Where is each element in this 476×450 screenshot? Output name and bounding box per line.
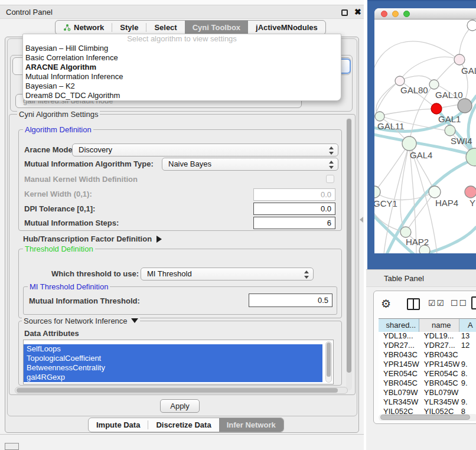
bottom-tab-discretize-data[interactable]: Discretize Data — [148, 418, 219, 432]
which-threshold-select[interactable]: MI Threshold — [141, 268, 314, 281]
zoom-traffic-light-icon[interactable] — [403, 11, 410, 17]
mi-steps-field[interactable]: 6 — [253, 217, 335, 229]
network-window-titlebar[interactable] — [374, 8, 476, 19]
mi-threshold-field[interactable]: 0.5 — [249, 294, 332, 307]
table-row[interactable]: YBL079WYBL079W — [379, 388, 476, 397]
attribute-item[interactable]: gal4RGexp — [24, 373, 322, 382]
control-panel-tabs: NetworkStyleSelectCyni ToolboxjActiveMNo… — [55, 20, 326, 35]
aracne-mode-select[interactable]: Discovery — [72, 144, 338, 156]
mi-type-value: Naive Bayes — [168, 159, 211, 168]
algorithm-option[interactable]: Dream8 DC_TDC Algorithm — [23, 91, 341, 100]
attribute-item[interactable]: SelfLoops — [24, 344, 322, 354]
combo-arrows-icon — [328, 146, 334, 155]
algorithm-option[interactable]: Bayesian – K2 — [23, 81, 341, 91]
bottom-tab-infer-network[interactable]: Infer Network — [219, 418, 283, 432]
minimize-traffic-light-icon[interactable] — [392, 11, 399, 17]
select-all-checkboxes-icon[interactable]: ☑☑ — [428, 298, 445, 308]
tab-jactivemnodules[interactable]: jActiveMNodules — [248, 21, 325, 34]
network-node[interactable] — [467, 20, 476, 31]
network-node-gal10[interactable] — [429, 80, 439, 89]
deselect-all-checkboxes-icon[interactable]: ☐☐ — [451, 298, 468, 308]
network-node-gal11[interactable] — [375, 112, 384, 121]
close-traffic-light-icon[interactable] — [381, 11, 387, 17]
kernel-width-field[interactable]: 0.0 — [253, 188, 335, 201]
network-node-gal80[interactable] — [395, 76, 405, 86]
network-node-gal4[interactable] — [402, 136, 416, 151]
network-node-y[interactable] — [465, 186, 476, 198]
table-toolbar: ⚙ ☑☑ ☐☐ — [374, 291, 476, 317]
hub-definition-toggle[interactable]: Hub/Transcription Factor Definition — [23, 234, 162, 244]
table-row[interactable]: YDR27...YDR27...12 — [379, 341, 476, 350]
mi-threshold-label: Mutual Information Threshold: — [29, 296, 140, 306]
network-edge[interactable] — [374, 41, 459, 79]
mi-type-select[interactable]: Naive Bayes — [162, 158, 338, 171]
tab-style[interactable]: Style — [112, 21, 146, 34]
network-canvas[interactable]: GALGAL80GAL10GAL1GAL11SWI4GAL4GCY1HAP4YH… — [374, 19, 476, 253]
table-cell: YBL079W — [379, 388, 419, 397]
network-node-hap2[interactable] — [400, 227, 411, 237]
minimized-panel-icon[interactable] — [5, 443, 19, 450]
network-edge[interactable] — [374, 144, 409, 192]
apply-button[interactable]: Apply — [160, 399, 200, 413]
close-icon[interactable]: ✖ — [354, 7, 361, 17]
float-panel-icon[interactable] — [341, 9, 348, 16]
network-node-gcy1[interactable] — [374, 186, 380, 198]
settings-horizontal-scrollbar[interactable] — [15, 387, 348, 394]
network-edge[interactable] — [425, 227, 476, 253]
settings-vertical-scrollbar[interactable] — [346, 118, 352, 390]
algorithm-option[interactable]: Bayesian – Hill Climbing — [23, 44, 341, 53]
network-desktop: GALGAL80GAL10GAL1GAL11SWI4GAL4GCY1HAP4YH… — [367, 0, 476, 269]
network-edge[interactable] — [379, 109, 436, 116]
column-header[interactable]: shared... — [379, 319, 419, 332]
bottom-tab-impute-data[interactable]: Impute Data — [89, 418, 148, 432]
collapse-arrow-icon — [131, 318, 138, 323]
network-edge[interactable] — [400, 57, 459, 80]
node-label: GAL1 — [438, 114, 461, 124]
data-attributes-list[interactable]: SelfLoopsTopologicalCoefficientBetweenne… — [23, 340, 334, 384]
tab-label: Cyni Toolbox — [193, 23, 240, 32]
attribute-item[interactable]: BetweennessCentrality — [24, 363, 322, 373]
table-row[interactable]: YBR043CYBR043C — [379, 350, 476, 360]
table-row[interactable]: YBR045CYBR045C9. — [379, 379, 476, 388]
document-icon[interactable] — [471, 296, 476, 309]
splitter-collapse-icon[interactable] — [360, 217, 363, 223]
gear-icon[interactable]: ⚙ — [381, 297, 391, 311]
table-cell — [459, 350, 476, 360]
tab-network[interactable]: Network — [56, 21, 112, 34]
algorithm-option[interactable]: Basic Correlation Inference — [23, 53, 341, 63]
table-cell: YER054C — [379, 369, 419, 379]
table-row[interactable]: YLR345WYLR345W9. — [379, 397, 476, 407]
attributes-vertical-scrollbar[interactable] — [325, 341, 332, 383]
network-node-hap4[interactable] — [429, 186, 441, 198]
which-threshold-value: MI Threshold — [147, 269, 192, 278]
table-row[interactable]: YPR145WYPR145W9. — [379, 360, 476, 369]
attribute-item[interactable]: TopologicalCoefficient — [24, 354, 322, 363]
table-cell: YLR345W — [419, 397, 459, 407]
table-row[interactable]: YER054CYER054C8. — [379, 369, 476, 379]
tab-label: Style — [120, 23, 138, 32]
network-window[interactable]: GALGAL80GAL10GAL1GAL11SWI4GAL4GCY1HAP4YH… — [374, 8, 476, 253]
network-edge[interactable] — [400, 76, 434, 83]
table-cell: YER054C — [419, 369, 459, 379]
algorithm-option[interactable]: Mutual Information Inference — [23, 72, 341, 81]
tab-select[interactable]: Select — [146, 21, 184, 34]
expand-arrow-icon — [157, 236, 162, 243]
table-cell: YBR043C — [379, 350, 419, 360]
tab-cyni-toolbox[interactable]: Cyni Toolbox — [185, 21, 248, 34]
network-edge[interactable] — [376, 80, 400, 116]
network-node[interactable] — [458, 99, 472, 113]
network-node-gal[interactable] — [454, 54, 465, 65]
dpi-tolerance-field[interactable]: 0.0 — [253, 203, 335, 215]
network-node-gal1[interactable] — [431, 103, 442, 114]
manual-kernel-checkbox[interactable] — [326, 175, 334, 183]
combo-arrows-icon — [304, 270, 309, 279]
column-layout-icon[interactable] — [407, 298, 420, 310]
column-header[interactable]: name — [419, 319, 459, 332]
algorithm-option[interactable]: ARACNE Algorithm — [23, 63, 341, 72]
network-node-swi4[interactable] — [445, 125, 455, 136]
table-row[interactable]: YDL19...YDL19...13 — [379, 331, 476, 341]
column-header[interactable]: A — [459, 319, 476, 332]
sources-legend[interactable]: Sources for Network Inference — [22, 317, 140, 326]
table-horizontal-scrollbar[interactable] — [379, 414, 476, 421]
table-panel-titlebar: Table Panel — [366, 269, 476, 287]
